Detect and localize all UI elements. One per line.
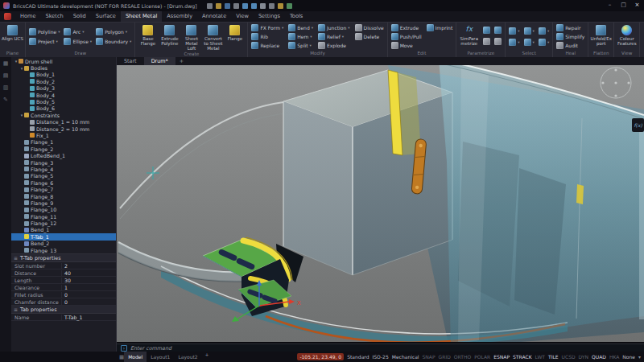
ribbon-button-ellipse[interactable]: Ellipse▾ [62, 37, 93, 46]
status-toggle-strack[interactable]: STRACK [513, 354, 532, 360]
new-document-tab-button[interactable]: + [175, 57, 188, 65]
status-field-standard[interactable]: Standard [347, 354, 369, 360]
status-toggle-ucsd[interactable]: UCSD [562, 354, 576, 360]
status-field-iso-25[interactable]: ISO-25 [372, 354, 388, 360]
tree-item-drum-shell[interactable]: ▾Drum shell [11, 58, 116, 64]
ribbon-button-junction[interactable]: Junction▾ [316, 23, 351, 32]
tree-item-flange-8[interactable]: Flange_8 [11, 193, 116, 200]
tree-item-flange-13[interactable]: Flange_13 [11, 247, 116, 253]
maximize-button[interactable]: □ [617, 0, 630, 11]
tree-item-bend-1[interactable]: Bend_1 [11, 227, 116, 233]
tree-item-loftedbend-1[interactable]: LoftedBend_1 [11, 152, 116, 158]
ribbon-tab-surface[interactable]: Surface [91, 11, 121, 22]
tree-item-distance-1-10-mm[interactable]: Distance_1 = 10 mm [11, 119, 116, 125]
ribbon-tab-tools[interactable]: Tools [285, 11, 308, 22]
ribbon-tab-annotate[interactable]: Annotate [197, 11, 231, 22]
fx-panel-tab[interactable]: f(x) [632, 118, 644, 132]
ribbon-button-push-pull[interactable]: Push/Pull [390, 32, 423, 41]
tree-item-flange-12[interactable]: Flange_12 [11, 220, 116, 226]
tree-item-fix-1[interactable]: Fix_1 [11, 132, 116, 138]
status-toggle-polar[interactable]: POLAR [474, 354, 490, 360]
tree-item-flange-10[interactable]: Flange_10 [11, 207, 116, 213]
panels-icon[interactable]: ▤ [3, 72, 9, 79]
ribbon-button-dissolve[interactable]: Dissolve [353, 23, 386, 32]
status-toggle-ortho[interactable]: ORTHO [454, 354, 471, 360]
tree-item-body-2[interactable]: Body_2 [11, 78, 116, 84]
undo-icon[interactable] [242, 3, 248, 9]
properties-icon[interactable] [287, 3, 292, 9]
ribbon-button-select-loop[interactable]: ▾ [522, 38, 536, 47]
save-icon[interactable] [225, 3, 230, 9]
tree-item-bodies[interactable]: ▾Bodies [11, 64, 116, 71]
add-layout-button[interactable]: + [202, 352, 213, 362]
ribbon-button-select-tangent-faces[interactable]: ▾ [507, 38, 521, 47]
bricscad-ribbon-logo-icon[interactable] [4, 13, 11, 20]
ribbon-button-select-hard-edges[interactable]: ▾ [537, 27, 551, 35]
property-value[interactable]: 30 [61, 278, 116, 283]
redo-icon[interactable] [251, 3, 257, 9]
status-toggle-quad[interactable]: QUAD [592, 354, 606, 360]
ribbon-button-select-smooth-edges[interactable]: ▾ [522, 27, 536, 35]
model-tab-layout1[interactable]: Layout1 [147, 352, 174, 362]
ribbon-button-align-ucs[interactable]: Align UCS [2, 23, 23, 41]
ribbon-button-imprint[interactable]: Imprint [425, 23, 455, 32]
ribbon-button-select-chain[interactable]: ▾ [537, 38, 551, 47]
ribbon-button-simplify[interactable]: Simplify [555, 32, 586, 41]
ribbon-button-convert-to-sheet-metal[interactable]: Convert to Sheet Metal [202, 23, 224, 51]
status-toggle-esnap[interactable]: ESNAP [493, 354, 510, 360]
ribbon-button-hem[interactable]: Hem▾ [287, 32, 315, 41]
copy-icon[interactable] [269, 3, 275, 9]
tree-item-distance-2-10-mm[interactable]: Distance_2 = 10 mm [11, 125, 116, 132]
minimize-button[interactable]: – [603, 0, 617, 11]
tree-item-flange-5[interactable]: Flange_5 [11, 173, 116, 179]
ribbon-button-project[interactable]: Project▾ [27, 37, 61, 46]
ribbon-button-base-flange[interactable]: Base Flange [137, 23, 159, 46]
annotate-tools-icon[interactable]: ✎ [3, 97, 8, 103]
ribbon-button-rib[interactable]: Rib [250, 32, 285, 41]
app-menu-icon[interactable]: ▦ [3, 60, 9, 67]
tree-item-body-5[interactable]: Body_5 [11, 98, 116, 105]
ribbon-button-constraints-2d[interactable] [481, 37, 492, 46]
status-toggle-tile[interactable]: TILE [548, 354, 559, 360]
status-toggle-lwt[interactable]: LWT [535, 354, 545, 360]
tree-item-flange-6[interactable]: Flange_6 [11, 179, 116, 186]
viewport-canvas[interactable]: X f(x) [117, 65, 644, 342]
tree-item-flange-3[interactable]: Flange_3 [11, 159, 116, 166]
ribbon-button-simparametrize[interactable]: fxSimParametrize [458, 23, 480, 46]
print-icon[interactable] [233, 3, 239, 9]
ribbon-button-design-table[interactable] [493, 26, 503, 35]
tree-item-flange-7[interactable]: Flange_7 [11, 186, 116, 192]
ribbon-button-fx-form[interactable]: FX Form▾ [250, 23, 285, 32]
paste-icon[interactable] [278, 3, 283, 9]
ribbon-tab-sketch[interactable]: Sketch [40, 11, 68, 22]
tree-item-flange-9[interactable]: Flange_9 [11, 200, 116, 206]
ribbon-tab-assembly[interactable]: Assembly [162, 11, 197, 22]
property-value[interactable]: 0 [61, 299, 116, 305]
ribbon-button-explode[interactable]: Explode [316, 41, 351, 50]
status-toggle-dyn[interactable]: DYN [579, 354, 588, 360]
ribbon-button-parameters-manager[interactable] [481, 26, 492, 35]
ribbon-button-extrude-polyline[interactable]: Extrude Polyline [159, 23, 180, 46]
model-tab-layout2[interactable]: Layout2 [174, 352, 201, 362]
property-value[interactable]: 0 [61, 292, 116, 298]
tree-item-body-6[interactable]: Body_6 [11, 105, 116, 112]
tree-item-bend-2[interactable]: Bend_2 [11, 241, 116, 247]
ribbon-button-replace[interactable]: Replace [250, 41, 285, 50]
ribbon-tab-home[interactable]: Home [15, 11, 40, 22]
tree-item-flange-1[interactable]: Flange_1 [11, 139, 116, 146]
ribbon-tab-view[interactable]: View [231, 11, 254, 22]
status-toggle-grid[interactable]: GRID [439, 354, 451, 360]
ribbon-button-polyline[interactable]: Polyline▾ [27, 27, 61, 36]
property-value[interactable]: 40 [61, 270, 116, 276]
ribbon-button-arc[interactable]: Arc▾ [62, 27, 93, 36]
ribbon-button-sheet-metal-loft[interactable]: Sheet Metal Loft [180, 23, 202, 51]
ribbon-button-relief[interactable]: Relief▾ [316, 32, 351, 41]
open-folder-icon[interactable] [216, 3, 221, 9]
ribbon-button-repair[interactable]: Repair [555, 23, 586, 32]
ribbon-tab-settings[interactable]: Settings [254, 11, 285, 22]
ribbon-button-delete[interactable]: Delete [353, 32, 386, 41]
ribbon-button-audit[interactable]: Audit [555, 41, 586, 50]
ribbon-button-boundary[interactable]: Boundary▾ [94, 37, 133, 46]
tree-item-body-4[interactable]: Body_4 [11, 92, 116, 98]
ribbon-button-colour-features[interactable]: Colour Features [616, 23, 638, 46]
